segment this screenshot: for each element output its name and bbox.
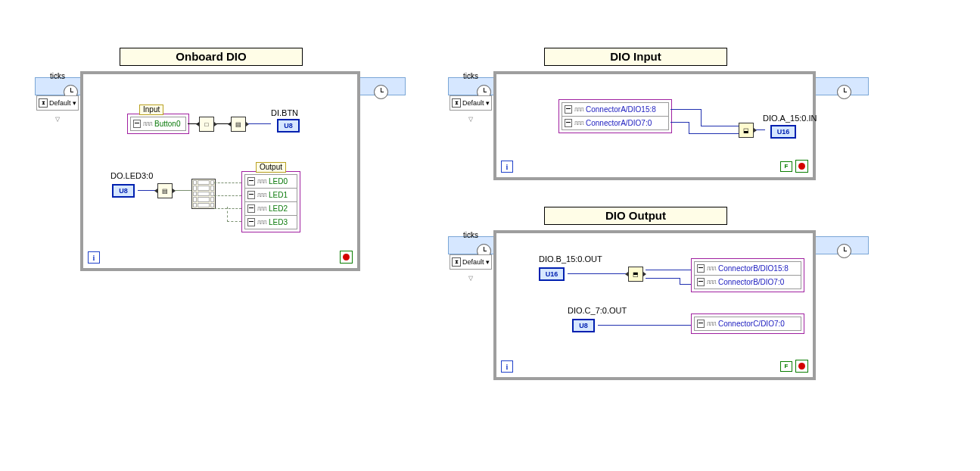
stop-terminal[interactable]: F: [780, 360, 808, 373]
wave-icon: ⎍⎍⎍: [257, 205, 266, 212]
iteration-terminal: i: [501, 161, 513, 173]
dio-input-loop: i F ⎍⎍⎍ConnectorA/DIO15:8 ⎍⎍⎍ConnectorA/…: [493, 71, 816, 180]
timing-default[interactable]: ⧗Default▾: [36, 95, 79, 111]
conn-a-lo[interactable]: ⎍⎍⎍ConnectorA/DIO7:0: [562, 117, 668, 129]
conn-c[interactable]: ⎍⎍⎍ConnectorC/DIO7:0: [695, 317, 801, 330]
wire: [598, 325, 691, 326]
wire: [701, 126, 739, 126]
conn-a-hi[interactable]: ⎍⎍⎍ConnectorA/DIO15:8: [562, 103, 668, 117]
bool-icon: [697, 320, 705, 328]
wire: [670, 109, 701, 110]
bool-icon: [247, 191, 255, 199]
metronome-icon: ⧗: [452, 98, 461, 108]
dio-input-loop-wrap: ▽ ticks ▽ ⧗Default▾ i F ⎍⎍⎍ConnectorA/DI…: [448, 71, 869, 180]
wave-icon: ⎍⎍⎍: [257, 219, 266, 226]
clock-icon: [837, 85, 851, 99]
timing-default[interactable]: ⧗Default▾: [450, 95, 492, 111]
led2-io[interactable]: ⎍⎍⎍LED2: [245, 202, 297, 216]
false-const: F: [780, 161, 792, 172]
bool-icon: [247, 218, 255, 226]
wire: [756, 129, 765, 130]
wire: [214, 195, 241, 196]
wire: [214, 182, 241, 183]
led1-io[interactable]: ⎍⎍⎍LED1: [245, 189, 297, 202]
wave-icon: ⎍⎍⎍: [143, 120, 152, 127]
stop-terminal[interactable]: [340, 251, 353, 264]
arrow-down-icon: ▽: [467, 117, 474, 122]
dio-input-title: DIO Input: [544, 48, 727, 66]
ticks-label: ticks: [463, 231, 478, 239]
wire: [568, 273, 628, 274]
join-numbers-fn[interactable]: ⬓: [739, 123, 754, 138]
wire: [670, 122, 689, 123]
bool-icon: [565, 119, 572, 127]
wave-icon: ⎍⎍⎍: [707, 265, 716, 272]
onboard-title: Onboard DIO: [120, 48, 303, 66]
stop-icon: [795, 160, 808, 173]
led0-io[interactable]: ⎍⎍⎍LED0: [245, 175, 297, 189]
bool-icon: [697, 264, 705, 273]
stop-icon: [340, 251, 353, 264]
wire: [689, 122, 689, 133]
chevron-down-icon: ▾: [73, 99, 76, 107]
input-group: Input ⎍⎍⎍Button0: [127, 114, 189, 134]
loop-header-left: ▽ ticks ▽: [448, 236, 495, 254]
chevron-down-icon: ▾: [486, 99, 490, 107]
bool-icon: [697, 278, 705, 286]
conn-b-lo[interactable]: ⎍⎍⎍ConnectorB/DIO7:0: [695, 276, 801, 289]
ticks-label: ticks: [463, 72, 478, 80]
conn-b-group: ⎍⎍⎍ConnectorB/DIO15:8 ⎍⎍⎍ConnectorB/DIO7…: [691, 258, 804, 292]
false-const: F: [780, 361, 792, 372]
loop-header-left: ▽ ticks ▽: [35, 77, 82, 95]
do-led-label: DO.LED3:0: [110, 171, 153, 180]
loop-header-right: [814, 77, 869, 95]
bool-icon: [133, 120, 141, 128]
wire: [646, 270, 691, 270]
button0-io[interactable]: ⎍⎍⎍Button0: [131, 117, 185, 130]
wire: [701, 109, 702, 126]
dio-b-out-control[interactable]: U16: [539, 267, 565, 281]
wire: [214, 208, 241, 209]
timing-default[interactable]: ⧗Default▾: [450, 254, 492, 270]
wire: [248, 123, 271, 124]
dio-a-in-indicator[interactable]: U16: [770, 125, 796, 139]
wave-icon: ⎍⎍⎍: [574, 106, 583, 113]
di-btn-indicator[interactable]: U8: [277, 119, 300, 133]
arrow-down-icon: ▽: [467, 276, 474, 281]
loop-header-left: ▽ ticks ▽: [448, 77, 495, 95]
wave-icon: ⎍⎍⎍: [257, 178, 266, 185]
wire: [188, 123, 199, 124]
wave-icon: ⎍⎍⎍: [707, 279, 716, 285]
bool-to-num-fn[interactable]: □: [199, 117, 214, 132]
do-led-control[interactable]: U8: [112, 184, 135, 198]
loop-header-right: [814, 236, 869, 254]
metronome-icon: ⧗: [452, 257, 461, 267]
wave-icon: ⎍⎍⎍: [257, 192, 266, 198]
loop-header-right: [359, 77, 406, 95]
ticks-label: ticks: [50, 72, 65, 80]
wire: [689, 133, 739, 134]
index-array-fn[interactable]: [191, 179, 216, 209]
dio-output-loop: i F DIO.B_15:0.OUT U16 ⬒ ⎍⎍⎍ConnectorB/D…: [493, 230, 816, 380]
build-array-fn[interactable]: ▤: [231, 117, 246, 132]
split-number-fn[interactable]: ⬒: [628, 267, 643, 282]
dio-c-out-control[interactable]: U8: [572, 319, 595, 332]
conn-a-group: ⎍⎍⎍ConnectorA/DIO15:8 ⎍⎍⎍ConnectorA/DIO7…: [558, 99, 672, 133]
dio-c-out-label: DIO.C_7:0.OUT: [568, 306, 627, 315]
output-group: Output ⎍⎍⎍LED0 ⎍⎍⎍LED1 ⎍⎍⎍LED2 ⎍⎍⎍LED3: [241, 171, 300, 232]
num-to-bool-array-fn[interactable]: ▤: [157, 183, 173, 198]
onboard-loop: i Input ⎍⎍⎍Button0 □ ▤ DI.BTN U8 DO.LED3…: [80, 71, 360, 271]
dio-output-loop-wrap: ▽ ticks ▽ ⧗Default▾ i F DIO.B_15:0.OUT U…: [448, 230, 869, 380]
wire: [680, 284, 691, 285]
led3-io[interactable]: ⎍⎍⎍LED3: [245, 216, 297, 229]
iteration-terminal: i: [501, 360, 513, 373]
chevron-down-icon: ▾: [486, 258, 490, 266]
wire: [227, 207, 228, 222]
wire: [646, 278, 680, 279]
bool-icon: [565, 105, 572, 114]
metronome-icon: ⧗: [39, 98, 48, 108]
conn-c-group: ⎍⎍⎍ConnectorC/DIO7:0: [691, 313, 804, 334]
conn-b-hi[interactable]: ⎍⎍⎍ConnectorB/DIO15:8: [695, 262, 801, 276]
stop-terminal[interactable]: F: [780, 160, 808, 173]
onboard-loop-wrap: ▽ ticks ▽ ⧗Default▾ i Input ⎍⎍⎍Button0 □…: [35, 71, 406, 271]
